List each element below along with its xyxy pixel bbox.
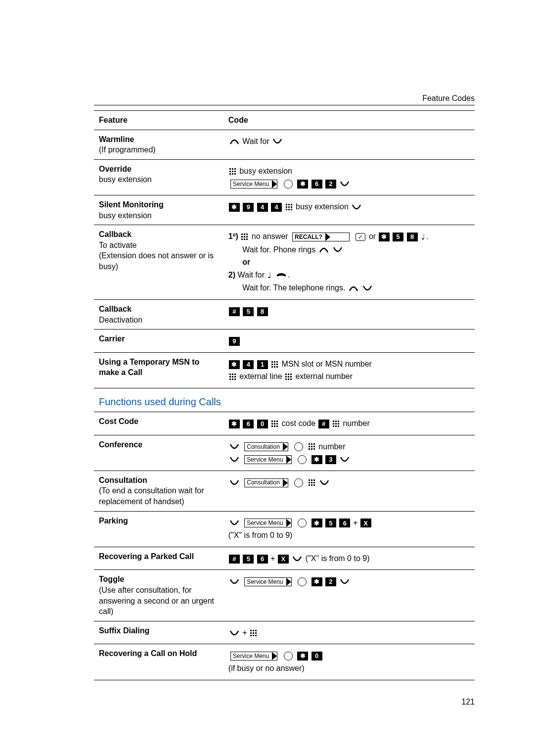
svg-rect-17 (291, 209, 292, 210)
row-toggle: Toggle (Use after consultation, for answ… (94, 570, 475, 621)
key-digit: 4 (257, 203, 268, 212)
key-star: ✱ (229, 203, 240, 212)
softkey-service-menu: Service Menu (230, 652, 277, 661)
handset-down-icon (333, 246, 343, 253)
svg-rect-80 (313, 448, 315, 450)
keypad-icon (229, 374, 236, 380)
feature-title: Toggle (99, 575, 124, 583)
svg-rect-24 (241, 238, 243, 240)
feature-title: Using a Temporary MSN to make a Call (99, 358, 199, 377)
svg-rect-76 (311, 446, 312, 447)
key-digit: 3 (325, 455, 336, 464)
handset-down-icon (340, 578, 350, 585)
key-digit: 2 (325, 180, 336, 189)
svg-rect-8 (234, 173, 236, 175)
svg-rect-12 (286, 206, 287, 208)
svg-rect-97 (253, 635, 254, 636)
svg-rect-43 (232, 378, 233, 380)
handset-down-icon (229, 443, 239, 450)
tone-icon: ♩ (267, 270, 271, 281)
key-star: ✱ (312, 519, 322, 527)
feature-title: Recovering a Call on Hold (99, 649, 197, 658)
svg-rect-10 (288, 204, 290, 205)
row-override: Override busy extension busy extension S… (94, 159, 475, 195)
keypad-icon (271, 421, 278, 427)
feature-title: Override (99, 165, 132, 173)
svg-rect-78 (309, 448, 310, 450)
key-digit: 6 (312, 180, 322, 189)
svg-rect-19 (244, 234, 245, 235)
svg-rect-33 (271, 366, 273, 368)
svg-rect-1 (232, 168, 233, 170)
key-digit: 5 (243, 307, 254, 316)
svg-rect-48 (285, 376, 287, 378)
tone-icon: ♩ (421, 232, 425, 242)
lift-handset-icon (229, 138, 239, 145)
svg-rect-13 (288, 206, 290, 208)
feature-title: Warmline (99, 135, 134, 143)
key-hash: # (318, 420, 329, 428)
svg-rect-5 (234, 171, 236, 172)
svg-rect-75 (309, 446, 310, 447)
softkey-service-menu: Service Menu (244, 577, 291, 586)
svg-rect-90 (250, 630, 252, 631)
row-consultation: Consultation (To end a consultation wait… (94, 471, 475, 511)
round-button-icon (294, 478, 303, 487)
softkey-service-menu: Service Menu (244, 519, 291, 527)
row-carrier: Carrier 9 (94, 330, 475, 353)
keypad-icon (229, 168, 236, 175)
keypad-icon (309, 443, 315, 450)
svg-rect-69 (333, 425, 334, 427)
svg-rect-21 (241, 236, 243, 237)
svg-rect-31 (274, 364, 275, 365)
handset-down-icon (229, 520, 239, 526)
feature-title: Recovering a Parked Call (99, 552, 194, 561)
handset-down-icon (272, 138, 282, 145)
svg-rect-52 (288, 378, 289, 380)
key-digit: 8 (407, 233, 418, 241)
key-digit: 6 (339, 519, 350, 527)
round-button-icon (284, 652, 293, 661)
col-feature-header: Feature (94, 111, 223, 130)
svg-rect-16 (288, 209, 290, 210)
key-digit: 8 (257, 307, 268, 316)
key-digit: 5 (393, 233, 403, 241)
keypad-icon (241, 234, 248, 240)
round-button-icon (298, 455, 307, 464)
row-parking: Parking Service Menu ✱ 5 6 + X ("X" is f… (94, 511, 475, 547)
hang-up-icon (276, 273, 287, 279)
svg-rect-46 (288, 374, 289, 375)
feature-sub: (If programmed) (99, 145, 156, 154)
round-button-icon (284, 180, 293, 189)
feature-sub: busy extension (99, 211, 152, 220)
key-star: ✱ (229, 360, 240, 369)
svg-rect-63 (333, 421, 334, 422)
handset-down-icon (362, 285, 372, 292)
keypad-icon (250, 630, 257, 637)
key-digit: 5 (243, 555, 254, 564)
svg-rect-55 (274, 421, 275, 422)
svg-rect-65 (338, 421, 339, 422)
section-header: Functions used during Calls (94, 388, 475, 412)
svg-rect-36 (229, 374, 231, 375)
svg-rect-77 (313, 446, 315, 447)
handset-down-icon (319, 479, 329, 486)
keypad-icon (286, 204, 293, 211)
row-cost-code: Cost Code ✱ 6 0 cost code # number (94, 412, 475, 435)
svg-rect-37 (232, 374, 233, 375)
svg-rect-56 (276, 421, 278, 422)
svg-rect-20 (246, 234, 248, 235)
keypad-icon (333, 421, 340, 427)
svg-rect-47 (290, 374, 292, 375)
row-silent-monitoring: Silent Monitoring busy extension ✱ 9 4 4… (94, 195, 475, 225)
svg-rect-50 (290, 376, 292, 378)
feature-title: Parking (99, 517, 128, 525)
key-digit: 0 (312, 652, 322, 661)
keypad-icon (309, 479, 315, 486)
key-hash: # (229, 555, 240, 564)
svg-rect-23 (246, 236, 248, 237)
svg-rect-27 (271, 361, 273, 363)
feature-title: Consultation (99, 476, 147, 484)
feature-title: Silent Monitoring (99, 200, 164, 209)
keypad-icon (271, 361, 278, 368)
